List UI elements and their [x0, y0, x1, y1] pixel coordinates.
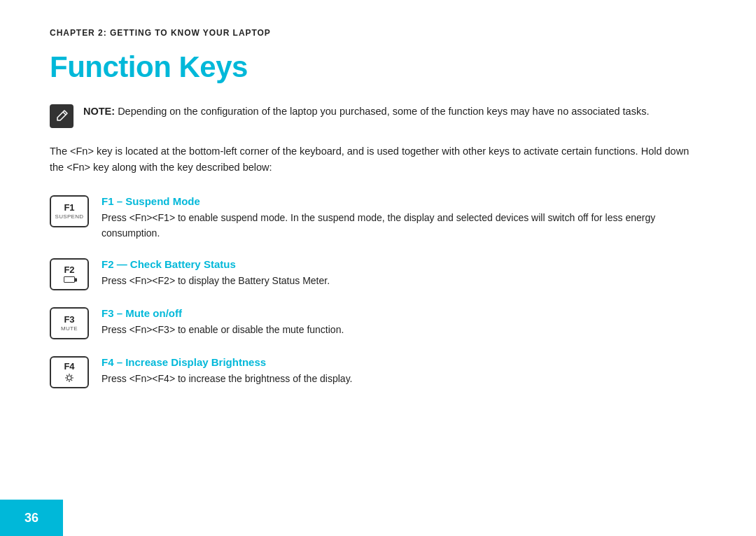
- fn-content-f1: F1 – Suspend Mode Press <Fn><F1> to enab…: [102, 195, 676, 241]
- fn-item-f1: F1 SUSPEND F1 – Suspend Mode Press <Fn><…: [50, 195, 706, 241]
- fn-desc-f3: Press <Fn><F3> to enable or disable the …: [102, 323, 344, 338]
- svg-line-7: [71, 375, 72, 376]
- fn-list: F1 SUSPEND F1 – Suspend Mode Press <Fn><…: [50, 195, 706, 388]
- key-icon-f1: F1 SUSPEND: [50, 195, 89, 227]
- note-text: NOTE: Depending on the configuration of …: [83, 104, 649, 119]
- fn-desc-f1: Press <Fn><F1> to enable suspend mode. I…: [102, 211, 676, 241]
- note-icon: [50, 104, 74, 128]
- battery-icon: [64, 276, 75, 283]
- fn-item-f4: F4 F4 – Increase Di: [50, 356, 706, 388]
- key-icon-f2: F2: [50, 258, 89, 290]
- intro-text: The <Fn> key is located at the bottom-le…: [50, 143, 694, 176]
- key-icon-f3: F3 MUTE: [50, 307, 89, 339]
- svg-line-6: [71, 379, 72, 380]
- key-icon-f4: F4: [50, 356, 89, 388]
- fn-item-f3: F3 MUTE F3 – Mute on/off Press <Fn><F3> …: [50, 307, 706, 339]
- page-number: 36: [24, 511, 38, 526]
- page-footer: 36: [0, 500, 63, 536]
- chapter-label: CHAPTER 2: GETTING TO KNOW YOUR LAPTOP: [50, 28, 706, 38]
- fn-desc-f4: Press <Fn><F4> to increase the brightnes…: [102, 372, 353, 387]
- fn-title-f1: F1 – Suspend Mode: [102, 195, 676, 207]
- fn-content-f2: F2 — Check Battery Status Press <Fn><F2>…: [102, 258, 330, 289]
- page-title: Function Keys: [50, 50, 706, 84]
- brightness-icon: [64, 373, 74, 383]
- svg-line-5: [66, 375, 67, 376]
- fn-title-f3: F3 – Mute on/off: [102, 307, 344, 319]
- svg-point-0: [67, 376, 71, 380]
- page-container: CHAPTER 2: GETTING TO KNOW YOUR LAPTOP F…: [0, 0, 756, 536]
- note-box: NOTE: Depending on the configuration of …: [50, 104, 706, 128]
- fn-content-f3: F3 – Mute on/off Press <Fn><F3> to enabl…: [102, 307, 344, 338]
- fn-desc-f2: Press <Fn><F2> to display the Battery St…: [102, 274, 330, 289]
- svg-line-8: [66, 379, 67, 380]
- fn-item-f2: F2 F2 — Check Battery Status Press <Fn><…: [50, 258, 706, 290]
- fn-title-f2: F2 — Check Battery Status: [102, 258, 330, 270]
- fn-title-f4: F4 – Increase Display Brightness: [102, 356, 353, 368]
- fn-content-f4: F4 – Increase Display Brightness Press <…: [102, 356, 353, 387]
